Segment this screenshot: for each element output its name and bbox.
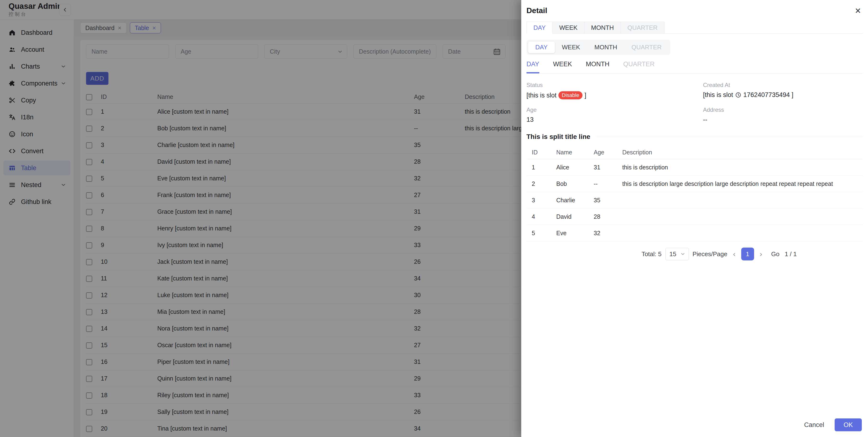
- tab-day[interactable]: DAY: [528, 41, 555, 53]
- divider-line: [596, 137, 863, 137]
- clock-icon: [735, 92, 741, 98]
- prev-page-button[interactable]: ‹: [731, 250, 737, 258]
- field-label: Status: [526, 82, 703, 88]
- tab-day[interactable]: DAY: [526, 22, 553, 34]
- tab-day[interactable]: DAY: [526, 61, 539, 73]
- go-button[interactable]: Go: [771, 250, 780, 258]
- cancel-button[interactable]: Cancel: [804, 421, 824, 429]
- cell-id: 3: [532, 197, 556, 204]
- chevron-down-icon: [680, 251, 686, 257]
- tab-week[interactable]: WEEK: [553, 22, 585, 34]
- field-value: --: [703, 116, 863, 123]
- next-page-button[interactable]: ›: [758, 250, 764, 258]
- active-page-button[interactable]: 1: [741, 248, 754, 260]
- tab-quarter: QUARTER: [624, 41, 669, 53]
- tab-quarter: QUARTER: [623, 61, 655, 73]
- tab-month[interactable]: MONTH: [584, 22, 621, 34]
- cell-age: 32: [594, 230, 622, 237]
- drawer-table-header: IDNameAgeDescription: [526, 146, 863, 159]
- drawer-title: Detail: [526, 6, 863, 15]
- field-value: [this is slot1762407735494 ]: [703, 91, 863, 99]
- detail-drawer: Detail × DAYWEEKMONTHQUARTERDAYWEEKMONTH…: [521, 0, 868, 437]
- cell-age: 31: [594, 164, 622, 171]
- cell-name: Charlie: [556, 197, 594, 204]
- field-label: Address: [703, 106, 863, 113]
- tab-group-segment: DAYWEEKMONTHQUARTER: [526, 40, 671, 55]
- cell-description: this is description large description la…: [622, 180, 863, 187]
- page-size-select[interactable]: 15: [665, 248, 689, 260]
- field-value: 13: [526, 116, 703, 123]
- tab-week[interactable]: WEEK: [555, 41, 588, 53]
- drawer-tab-groups: DAYWEEKMONTHQUARTERDAYWEEKMONTHQUARTERDA…: [526, 22, 863, 74]
- field-created-at: Created At[this is slot1762407735494 ]: [703, 82, 863, 99]
- app-root: Quasar Admin 控制台 DashboardAccountChartsC…: [0, 0, 868, 437]
- detail-fields: Status[this is slotDisable]Created At[th…: [526, 82, 863, 123]
- pagination-total: Total: 5: [642, 250, 661, 258]
- cell-name: Bob: [556, 180, 594, 187]
- tab-month[interactable]: MONTH: [586, 61, 610, 73]
- tab-month[interactable]: MONTH: [587, 41, 624, 53]
- page-indicator: 1 / 1: [784, 250, 797, 258]
- tab-week[interactable]: WEEK: [553, 61, 572, 73]
- field-status: Status[this is slotDisable]: [526, 82, 703, 99]
- field-address: Address--: [703, 106, 863, 123]
- chevron-down-icon: [680, 251, 686, 257]
- cell-id: 1: [532, 164, 556, 171]
- drawer-table-row: 4David28: [526, 209, 863, 225]
- cell-age: --: [594, 180, 622, 187]
- tab-group-card: DAYWEEKMONTHQUARTER: [526, 22, 863, 34]
- ok-button[interactable]: OK: [835, 418, 862, 431]
- field-value: [this is slotDisable]: [526, 91, 703, 99]
- section-divider: This is split title line: [526, 133, 863, 141]
- field-label: Age: [526, 106, 703, 113]
- drawer-table-row: 5Eve32: [526, 225, 863, 241]
- drawer-table-row: 1Alice31this is description: [526, 159, 863, 176]
- drawer-table-row: 3Charlie35: [526, 192, 863, 209]
- cell-id: 5: [532, 230, 556, 237]
- field-age: Age13: [526, 106, 703, 123]
- cell-name: Eve: [556, 230, 594, 237]
- cell-id: 4: [532, 213, 556, 220]
- tab-quarter: QUARTER: [620, 22, 664, 34]
- cell-id: 2: [532, 180, 556, 187]
- tab-group-line: DAYWEEKMONTHQUARTER: [526, 61, 863, 74]
- drawer-footer: Cancel OK: [521, 413, 868, 437]
- status-badge: Disable: [558, 91, 583, 99]
- drawer-table: IDNameAgeDescription1Alice31this is desc…: [526, 146, 863, 241]
- section-title: This is split title line: [526, 133, 590, 141]
- cell-age: 35: [594, 197, 622, 204]
- page-size-value: 15: [670, 250, 676, 258]
- cell-age: 28: [594, 213, 622, 220]
- cell-name: David: [556, 213, 594, 220]
- pagination: Total: 5 15 Pieces/Page ‹ 1 › Go 1 / 1: [526, 248, 797, 260]
- close-icon[interactable]: ×: [855, 6, 861, 16]
- drawer-table-row: 2Bob--this is description large descript…: [526, 176, 863, 192]
- field-label: Created At: [703, 82, 863, 88]
- cell-description: this is description: [622, 164, 863, 171]
- cell-name: Alice: [556, 164, 594, 171]
- pagination-unit-label: Pieces/Page: [692, 250, 727, 258]
